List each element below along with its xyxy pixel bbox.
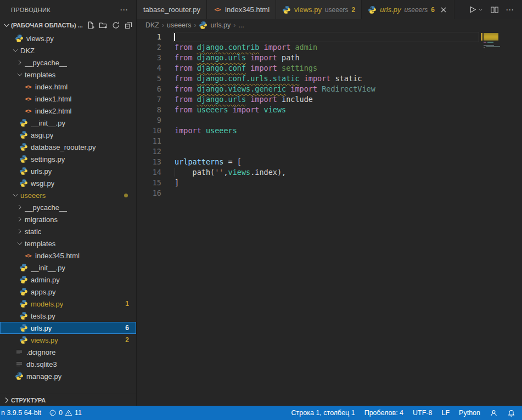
code-line-3[interactable]: 3from django.urls import path <box>137 53 522 63</box>
tab-tabase_roouter.py[interactable]: tabase_roouter.py <box>137 0 207 19</box>
code-line-2[interactable]: 2from django.contrib import admin <box>137 42 522 53</box>
language-mode-status[interactable]: Python <box>459 409 480 417</box>
tree-file-views.py[interactable]: views.py <box>0 32 136 44</box>
workspace-section-header[interactable]: (РАБОЧАЯ ОБЛАСТЬ) ... <box>0 19 136 31</box>
new-folder-icon[interactable] <box>99 21 108 30</box>
python-icon <box>199 21 207 30</box>
html-icon: <> <box>24 82 32 91</box>
vscode-window: ПРОВОДНИК ⋯ (РАБОЧАЯ ОБЛАСТЬ) ... views.… <box>0 0 522 420</box>
tree-file-urls.py[interactable]: urls.py <box>0 165 136 177</box>
tree-file-index1.html[interactable]: <>index1.html <box>0 93 136 105</box>
tree-folder-__pycache__[interactable]: __pycache__ <box>0 201 136 213</box>
code-line-13[interactable]: 13urlpatterns = [ <box>137 157 522 167</box>
indentation-status[interactable]: Пробелов: 4 <box>364 409 403 417</box>
tree-file-wsgi.py[interactable]: wsgi.py <box>0 177 136 189</box>
chevron-down-icon <box>16 71 24 78</box>
tree-item-label: templates <box>25 240 55 248</box>
tree-item-label: settings.py <box>31 155 65 163</box>
tree-file-admin.py[interactable]: admin.py <box>0 274 136 286</box>
breadcrumb-item-...[interactable]: ... <box>238 21 244 29</box>
split-editor-button[interactable] <box>490 5 499 14</box>
tree-file-__init__.py[interactable]: __init__.py <box>0 262 136 274</box>
tree-file-db.sqlite3[interactable]: db.sqlite3 <box>0 358 136 370</box>
breadcrumb-item-useeers[interactable]: useeers <box>167 21 191 29</box>
tree-file-views.py[interactable]: views.py2 <box>0 334 136 346</box>
tree-file-asgi.py[interactable]: asgi.py <box>0 129 136 141</box>
tree-file-apps.py[interactable]: apps.py <box>0 286 136 298</box>
code-line-15[interactable]: 15] <box>137 178 522 188</box>
tree-item-label: urls.py <box>31 324 52 332</box>
tree-file-settings.py[interactable]: settings.py <box>0 153 136 165</box>
tree-file-__init__.py[interactable]: __init__.py <box>0 117 136 129</box>
eol-status[interactable]: LF <box>441 409 450 417</box>
tree-item-label: .dcignore <box>26 348 55 356</box>
python-interpreter-status[interactable]: n 3.9.5 64-bit <box>1 409 41 417</box>
tree-item-label: admin.py <box>31 276 60 284</box>
code-line-8[interactable]: 8from useeers import views <box>137 105 522 115</box>
explorer-title: ПРОВОДНИК <box>11 7 117 13</box>
code-line-9[interactable]: 9 <box>137 115 522 126</box>
feedback-icon[interactable] <box>490 409 498 417</box>
minimap-line-mark <box>487 42 493 43</box>
tree-file-index2.html[interactable]: <>index2.html <box>0 105 136 117</box>
tree-file-database_roouter.py[interactable]: database_roouter.py <box>0 141 136 153</box>
tree-folder-static[interactable]: static <box>0 225 136 237</box>
error-icon <box>49 409 57 417</box>
editor-more-actions-icon[interactable]: ⋯ <box>506 5 514 15</box>
tree-file-urls.py[interactable]: urls.py6 <box>0 322 136 334</box>
tree-file-.dcignore[interactable]: .dcignore <box>0 346 136 358</box>
tree-file-manage.py[interactable]: manage.py <box>0 370 136 382</box>
tree-folder-__pycache__[interactable]: __pycache__ <box>0 56 136 69</box>
code-line-4[interactable]: 4from django.conf import settings <box>137 63 522 73</box>
run-button[interactable] <box>468 5 477 14</box>
tab-views.py[interactable]: views.pyuseeers2 <box>276 0 362 19</box>
code-line-14[interactable]: 14 path('',views.index), <box>137 167 522 178</box>
encoding-status[interactable]: UTF-8 <box>413 409 432 417</box>
tree-file-models.py[interactable]: models.py1 <box>0 298 136 310</box>
tab-index345.html[interactable]: <>index345.html <box>207 0 276 19</box>
minimap[interactable] <box>480 31 522 406</box>
breadcrumb-item-urls.py[interactable]: urls.py <box>210 21 231 29</box>
tree-file-index345.html[interactable]: <>index345.html <box>0 249 136 262</box>
problems-status[interactable]: 0 11 <box>49 409 82 417</box>
tree-item-label: wsgi.py <box>31 179 54 188</box>
line-number: 3 <box>137 53 161 63</box>
code-line-7[interactable]: 7from django.urls import include <box>137 94 522 105</box>
tree-folder-migrations[interactable]: migrations <box>0 213 136 225</box>
chevron-right-icon <box>2 396 11 405</box>
python-icon <box>19 118 28 127</box>
tree-item-label: manage.py <box>26 372 61 381</box>
breadcrumb-item-DKZ[interactable]: DKZ <box>145 21 159 29</box>
close-tab-icon[interactable] <box>439 5 448 14</box>
tree-file-index.html[interactable]: <>index.html <box>0 81 136 93</box>
bell-icon[interactable] <box>507 409 515 417</box>
html-icon: <> <box>213 5 222 14</box>
refresh-icon[interactable] <box>111 21 120 30</box>
code-editor[interactable]: 12from django.contrib import admin3from … <box>137 31 522 406</box>
tree-item-label: tests.py <box>31 312 55 320</box>
warning-count: 11 <box>75 409 82 417</box>
collapse-all-icon[interactable] <box>124 21 133 30</box>
code-line-12[interactable]: 12 <box>137 146 522 157</box>
tab-urls.py[interactable]: urls.pyuseeers6 <box>362 0 454 19</box>
tree-folder-templates[interactable]: templates <box>0 237 136 249</box>
tree-item-label: db.sqlite3 <box>26 360 57 368</box>
run-dropdown-chevron-icon[interactable] <box>478 7 484 13</box>
editor-group: tabase_roouter.py<>index345.htmlviews.py… <box>137 0 522 406</box>
tree-folder-useeers[interactable]: useeers <box>0 189 136 201</box>
cursor-position-status[interactable]: Строка 1, столбец 1 <box>291 409 355 417</box>
code-line-5[interactable]: 5from django.conf.urls.static import sta… <box>137 73 522 84</box>
new-file-icon[interactable] <box>86 21 95 30</box>
code-line-16[interactable]: 16 <box>137 188 522 198</box>
breadcrumb: DKZ›useeers›urls.py›... <box>137 19 522 31</box>
explorer-more-actions-icon[interactable]: ⋯ <box>117 5 131 15</box>
code-line-10[interactable]: 10import useeers <box>137 126 522 136</box>
modified-dot <box>124 194 128 197</box>
code-line-11[interactable]: 11 <box>137 136 522 146</box>
tree-folder-templates[interactable]: templates <box>0 69 136 81</box>
code-line-6[interactable]: 6from django.views.generic import Redire… <box>137 84 522 94</box>
code-line-1[interactable]: 1 <box>137 32 522 42</box>
tree-file-tests.py[interactable]: tests.py <box>0 310 136 322</box>
tree-folder-DKZ[interactable]: DKZ <box>0 44 136 56</box>
outline-section-header[interactable]: СТРУКТУРА <box>0 394 136 406</box>
